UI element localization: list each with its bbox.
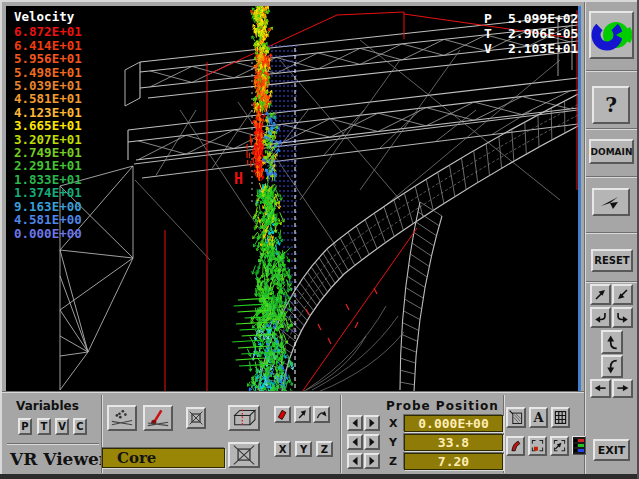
arrow-up-right-icon [592, 286, 609, 303]
clip-box-button[interactable] [186, 407, 206, 429]
exit-label: EXIT [598, 444, 626, 457]
probe-y-value: 33.8 [438, 435, 469, 450]
app-logo-icon [591, 13, 632, 57]
vector-arrow-button[interactable] [294, 406, 311, 423]
reset-label: RESET [594, 255, 629, 266]
rotate-ne-button[interactable] [590, 284, 611, 305]
help-button[interactable]: ? [592, 86, 630, 124]
pan-box-button[interactable] [550, 436, 569, 456]
panel-top-groove [0, 391, 584, 393]
domain-button[interactable]: DOMAIN [589, 139, 634, 164]
legend-entry: 4.581E+01 [14, 92, 82, 105]
pan-right-button[interactable] [612, 379, 633, 398]
axis-y-button[interactable]: Y [295, 441, 312, 457]
legend-entry: 2.291E+01 [14, 159, 82, 172]
domain-label: DOMAIN [591, 147, 633, 157]
cutting-plane-button[interactable] [274, 406, 291, 423]
pointer-button[interactable] [592, 188, 630, 216]
cut-plane-box-button[interactable] [228, 405, 260, 431]
window-edge-left [0, 0, 2, 479]
axis-z-button[interactable]: Z [316, 441, 333, 457]
probe-z-value: 7.20 [438, 454, 469, 469]
variable-c-button[interactable]: C [73, 418, 87, 435]
readout-row-t: T2.906E-05 [484, 26, 578, 41]
tilt-down-button[interactable] [601, 355, 623, 378]
ribbon-button[interactable] [506, 436, 525, 456]
legend-entries: 6.872E+016.414E+015.956E+015.498E+015.03… [14, 25, 82, 240]
probe-y-increment-button[interactable] [364, 434, 380, 450]
ribbon-icon [508, 438, 523, 454]
probe-x-increment-button[interactable] [364, 415, 380, 431]
readout-label: T [484, 26, 508, 41]
arrow-left-icon [592, 381, 609, 396]
legend-entry: 6.872E+01 [14, 25, 82, 38]
color-scale-button[interactable] [572, 436, 586, 455]
probe-x-decrement-button[interactable] [347, 415, 363, 431]
arrow-up-right-icon [296, 407, 309, 422]
vr-viewer-window: H Velocity 6.872E+016.414E+015.956E+015.… [0, 0, 639, 479]
triangle-right-icon [367, 418, 377, 428]
h-marker: H [234, 170, 243, 188]
streamline-button[interactable] [313, 406, 330, 423]
snapshot-button[interactable] [506, 407, 526, 428]
viewport-3d[interactable]: H Velocity 6.872E+016.414E+015.956E+015.… [6, 6, 578, 391]
probe-y-field[interactable]: 33.8 [404, 434, 503, 451]
legend-entry: 3.207E+01 [14, 133, 82, 146]
sidebar-groove [586, 70, 639, 72]
readout-value: 2.103E+01 [508, 41, 578, 56]
curve-arrow-left-icon [592, 309, 609, 326]
probe-z-field[interactable]: 7.20 [404, 453, 503, 470]
probe-x-label: X [389, 417, 397, 430]
readout-label: V [484, 41, 508, 56]
probe-thermometer-button[interactable] [143, 405, 173, 431]
pan-left-button[interactable] [590, 379, 611, 398]
exit-button[interactable]: EXIT [593, 439, 630, 461]
probe-z-decrement-button[interactable] [347, 453, 363, 469]
readout-row-v: V2.103E+01 [484, 41, 578, 56]
rotate-left-button[interactable] [590, 307, 611, 328]
probe-y-decrement-button[interactable] [347, 434, 363, 450]
axis-label: Y [300, 444, 307, 455]
window-edge-top [0, 0, 639, 2]
axis-x-button[interactable]: X [274, 441, 291, 457]
reset-button[interactable]: RESET [591, 249, 633, 272]
legend-entry: 3.665E+01 [14, 119, 82, 132]
rotate-sw-button[interactable] [612, 284, 633, 305]
sidebar-groove [586, 176, 639, 178]
grid-button[interactable] [551, 407, 570, 428]
core-select-value: Core [117, 449, 156, 467]
app-title: VR Viewer [10, 449, 108, 469]
color-bars-icon [573, 437, 585, 454]
snapshot-page-icon [508, 409, 524, 426]
app-logo-button[interactable] [589, 11, 634, 59]
mold-wireframe [60, 14, 578, 391]
legend-entry: 1.833E+01 [14, 173, 82, 186]
triangle-left-icon [350, 418, 360, 428]
window-edge-bottom [0, 474, 639, 479]
core-select[interactable]: Core [102, 448, 225, 468]
probe-x-field[interactable]: 0.000E+00 [404, 415, 503, 432]
variables-title: Variables [16, 399, 79, 413]
clip-box-large-button[interactable] [228, 442, 260, 468]
sidebar-groove [586, 128, 639, 130]
panel-divider [340, 395, 342, 473]
thermometer-icon [145, 407, 171, 429]
zoom-box-button[interactable] [528, 436, 547, 456]
legend-title: Velocity [14, 10, 82, 23]
turn-up-arrow-icon [603, 332, 621, 352]
particle-trace-button[interactable] [107, 405, 137, 431]
help-label: ? [605, 93, 617, 117]
probe-readout: P5.099E+02 T2.906E-05 V2.103E+01 [484, 11, 578, 56]
variable-label: T [41, 421, 48, 432]
variable-label: C [76, 421, 83, 432]
annotation-button[interactable]: A [529, 407, 548, 428]
scene-3d: H [6, 6, 578, 391]
variable-v-button[interactable]: V [55, 418, 69, 435]
probe-z-increment-button[interactable] [364, 453, 380, 469]
readout-value: 5.099E+02 [508, 11, 578, 26]
variable-p-button[interactable]: P [18, 418, 32, 435]
rotate-right-button[interactable] [612, 307, 633, 328]
variable-t-button[interactable]: T [37, 418, 51, 435]
tilt-up-button[interactable] [601, 330, 623, 354]
legend-entry: 5.498E+01 [14, 66, 82, 79]
